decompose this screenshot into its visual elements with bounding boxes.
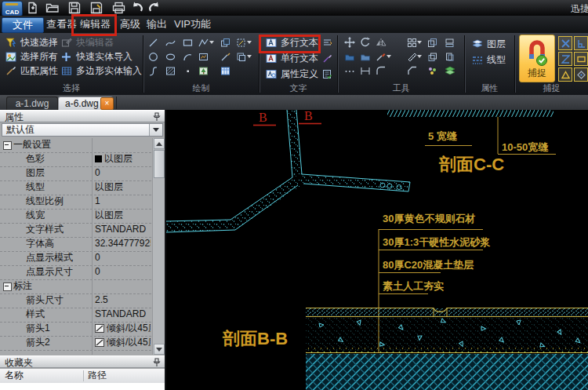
line-tool-icon[interactable] <box>147 36 160 49</box>
curve-tool-icon[interactable] <box>147 64 160 77</box>
spray-icon[interactable] <box>426 64 439 77</box>
dimension-icon[interactable] <box>358 64 372 77</box>
rectangle-tool-icon[interactable] <box>181 36 194 49</box>
point-marks-icon[interactable] <box>343 64 356 77</box>
rotate-tool-icon[interactable] <box>358 36 372 49</box>
dropdown-caret[interactable] <box>417 55 422 58</box>
arc-tool-icon[interactable] <box>181 50 194 63</box>
ellipse-tool-icon[interactable] <box>164 50 177 63</box>
dropdown-caret[interactable] <box>247 41 252 44</box>
text-style-icon[interactable] <box>321 52 334 64</box>
favorites-panel-header[interactable]: 收藏夹 <box>0 355 165 368</box>
text-align-icon[interactable] <box>321 36 334 49</box>
snap-intersection-icon[interactable] <box>558 36 572 50</box>
group-tool-icon[interactable] <box>343 50 356 63</box>
scroll-down-icon[interactable] <box>154 344 165 355</box>
dropdown-caret[interactable] <box>387 55 391 58</box>
image-insert-icon[interactable] <box>197 64 210 77</box>
property-row[interactable]: 字体高32.344777925 <box>0 237 151 252</box>
hatch-tool-icon[interactable] <box>164 64 177 77</box>
properties-panel-header[interactable]: 属性 <box>0 110 165 122</box>
property-row[interactable]: 点显示尺寸0 <box>0 265 151 280</box>
property-row[interactable]: 样式STANDARD <box>0 308 151 323</box>
select-all-button[interactable]: 选择所有 <box>4 50 58 64</box>
save-icon[interactable] <box>66 1 83 15</box>
favorites-list-empty[interactable] <box>0 383 165 390</box>
spell-check-icon[interactable] <box>321 67 334 80</box>
layer-button[interactable]: 图层 <box>470 38 506 51</box>
open-file-icon[interactable] <box>44 1 61 15</box>
eyedropper-icon[interactable] <box>374 50 387 63</box>
save-as-icon[interactable] <box>88 1 105 15</box>
chevron-down-icon[interactable] <box>149 124 162 136</box>
property-row[interactable]: 线宽以图层 <box>0 209 151 224</box>
tab-close-icon[interactable]: × <box>100 97 114 110</box>
column-name[interactable]: 名称 <box>5 369 24 382</box>
property-row[interactable]: 图层0 <box>0 166 151 181</box>
collapse-toggle[interactable] <box>3 282 12 291</box>
property-row[interactable]: 文字样式STANDARD <box>0 223 151 238</box>
dropdown-caret[interactable] <box>209 41 214 44</box>
block-insert-icon[interactable] <box>219 36 232 49</box>
quick-entity-import-button[interactable]: 快速实体导入 <box>60 50 132 64</box>
scroll-up-icon[interactable] <box>154 138 165 149</box>
chamfer-icon[interactable] <box>405 64 419 77</box>
snap-nearest-icon[interactable] <box>558 52 572 66</box>
match-properties-button[interactable]: 匹配属性 <box>4 64 58 78</box>
block-editor-button[interactable]: 块编辑器 <box>60 36 114 49</box>
polyline-tool-icon[interactable] <box>197 36 210 49</box>
tab-a1dwg[interactable]: a-1.dwg <box>6 97 58 111</box>
preset-dropdown[interactable]: 默认值 <box>2 123 163 137</box>
property-row[interactable]: 箭头1倾斜/以45度角 <box>0 322 151 337</box>
pencil-line-icon[interactable] <box>219 50 232 63</box>
attribute-define-button[interactable]: 属性定义 <box>264 67 318 81</box>
quick-select-button[interactable]: 快速选择 <box>4 36 58 49</box>
menu-file[interactable]: 文件 <box>2 17 44 33</box>
point-tool-icon[interactable] <box>181 64 194 77</box>
snap-node-icon[interactable] <box>574 67 588 82</box>
property-row[interactable]: 线型比例1 <box>0 195 151 210</box>
column-path[interactable]: 路径 <box>88 369 107 382</box>
property-scrollbar[interactable] <box>152 138 165 355</box>
dropdown-caret[interactable] <box>417 41 422 44</box>
snap-midpoint-icon[interactable] <box>574 52 588 66</box>
property-row[interactable]: 点显示模式0 <box>0 251 151 266</box>
property-row[interactable]: 箭头尺寸2.5 <box>0 293 151 308</box>
print-icon[interactable] <box>110 1 127 15</box>
move-tool-icon[interactable] <box>343 36 356 49</box>
ungroup-tool-icon[interactable] <box>358 50 372 63</box>
menu-advanced[interactable]: 高级 <box>117 17 143 31</box>
fillet-icon[interactable] <box>374 64 387 77</box>
spline-tool-icon[interactable] <box>164 36 177 49</box>
revision-box-icon[interactable] <box>197 50 210 63</box>
property-row[interactable]: 箭头2倾斜/以45度角 <box>0 336 151 351</box>
linetype-button[interactable]: 线型 <box>470 53 506 67</box>
property-group-row[interactable]: 一般设置 <box>0 138 151 153</box>
offset-tool-icon[interactable] <box>443 36 456 49</box>
circle-tool-icon[interactable] <box>147 50 160 63</box>
polygon-entity-input-button[interactable]: 多边形实体输入 <box>60 64 142 78</box>
collapse-toggle[interactable] <box>3 141 12 150</box>
stamp-tool-icon[interactable] <box>234 36 248 49</box>
scrollbar-thumb[interactable] <box>154 150 165 178</box>
layers-copy-icon[interactable] <box>426 50 439 63</box>
redo-icon[interactable] <box>146 1 163 15</box>
app-logo[interactable]: CAD <box>2 1 23 16</box>
column-divider[interactable] <box>83 370 84 381</box>
property-row[interactable]: 线型以图层 <box>0 180 151 195</box>
paste-block-icon[interactable] <box>234 50 248 63</box>
snap-toggle-button[interactable]: 捕捉 <box>519 35 555 82</box>
table-tool-icon[interactable] <box>219 64 232 77</box>
menu-output[interactable]: 输出 <box>143 17 170 31</box>
undo-icon[interactable] <box>129 1 146 15</box>
drawing-canvas[interactable]: B B 5 宽缝 <box>166 110 588 390</box>
snap-perpendicular-icon[interactable] <box>574 36 588 50</box>
single-text-button[interactable]: 单行文本 <box>264 52 318 65</box>
mirror-tool-icon[interactable] <box>374 36 387 49</box>
duplicate-icon[interactable] <box>443 50 456 63</box>
snap-endpoint-icon[interactable] <box>558 67 572 82</box>
layers-green-icon[interactable] <box>443 64 456 77</box>
property-row[interactable]: 色彩以图层 <box>0 152 151 167</box>
copy-stack-icon[interactable] <box>426 36 439 49</box>
dropdown-caret[interactable] <box>247 55 252 58</box>
